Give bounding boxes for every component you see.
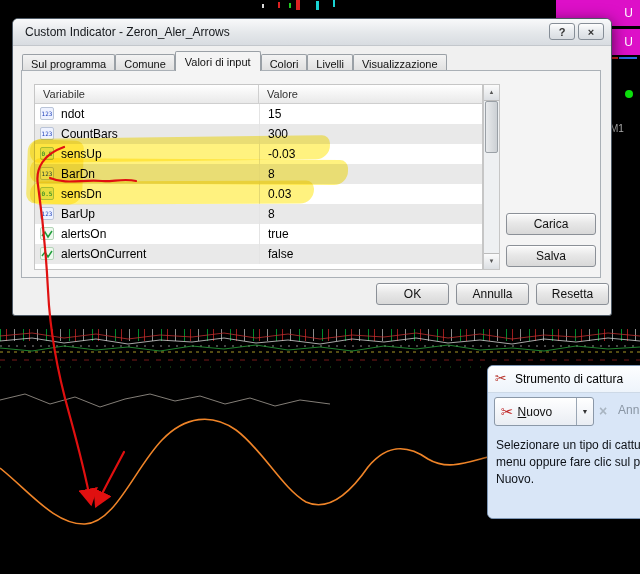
table-header: Variabile Valore xyxy=(35,85,482,104)
snipping-toolbar: ✂ Nuovo ▼ × Annulla xyxy=(488,393,640,431)
status-dot xyxy=(625,90,633,98)
integer-icon: 123 xyxy=(40,107,54,120)
tab-valori-di-input[interactable]: Valori di input xyxy=(175,51,261,71)
table-row[interactable]: alertsOnCurrent false xyxy=(35,244,482,264)
description-line: Selezionare un tipo di cattura dal xyxy=(496,437,640,454)
side-panel-label: U xyxy=(624,35,633,49)
chart-tick xyxy=(278,2,280,8)
new-snip-label: Nuovo xyxy=(518,405,553,419)
variable-name: BarUp xyxy=(61,207,95,221)
variable-value[interactable]: 8 xyxy=(259,164,482,184)
bool-wave-icon xyxy=(40,247,54,260)
snipping-tool-title: Strumento di cattura xyxy=(515,366,623,392)
dialog-title: Custom Indicator - Zeron_Aler_Arrows xyxy=(25,19,230,45)
side-panel-label: U xyxy=(624,6,633,20)
variable-name: alertsOn xyxy=(61,227,106,241)
integer-icon: 123 xyxy=(40,207,54,220)
snipping-tool-window: ✂ Strumento di cattura ✂ Nuovo ▼ × Annul… xyxy=(487,365,640,519)
dropdown-arrow-icon[interactable]: ▼ xyxy=(576,398,593,425)
load-button[interactable]: Carica xyxy=(506,213,596,235)
integer-icon: 123 xyxy=(40,127,54,140)
chart-tick xyxy=(289,3,291,8)
scroll-down-button[interactable]: ▼ xyxy=(484,253,499,269)
reset-button[interactable]: Resetta xyxy=(536,283,609,305)
save-button[interactable]: Salva xyxy=(506,245,596,267)
dialog-titlebar[interactable]: Custom Indicator - Zeron_Aler_Arrows ? × xyxy=(13,19,611,46)
snipping-tool-titlebar[interactable]: ✂ Strumento di cattura xyxy=(488,366,640,393)
variable-name: alertsOnCurrent xyxy=(61,247,146,261)
cancel-snip-button[interactable]: × xyxy=(592,401,614,423)
table-scrollbar[interactable]: ▲ ▼ xyxy=(483,84,500,270)
chart-tick xyxy=(619,57,637,59)
cancel-button[interactable]: Annulla xyxy=(456,283,529,305)
variable-value[interactable]: 300 xyxy=(259,124,482,144)
chart-tick xyxy=(262,4,264,8)
scissors-icon: ✂ xyxy=(495,370,507,386)
variable-value[interactable]: -0.03 xyxy=(259,144,482,164)
ok-button[interactable]: OK xyxy=(376,283,449,305)
variable-name: CountBars xyxy=(61,127,118,141)
desktop: U U M1 ✂ Strumento di cattura ✂ Nuovo ▼ … xyxy=(0,0,640,574)
table-row[interactable]: 123BarDn 8 xyxy=(35,164,482,184)
table-row[interactable]: 0.5sensUp -0.03 xyxy=(35,144,482,164)
integer-icon: 123 xyxy=(40,167,54,180)
inputs-table: Variabile Valore 123ndot 15 123CountBars… xyxy=(34,84,483,270)
scroll-up-button[interactable]: ▲ xyxy=(484,85,499,101)
variable-value[interactable]: 15 xyxy=(259,104,482,124)
scrollbar-thumb[interactable] xyxy=(485,101,498,153)
snipping-description: Selezionare un tipo di cattura dal menu … xyxy=(488,431,640,518)
double-icon: 0.5 xyxy=(40,187,54,200)
variable-value[interactable]: true xyxy=(259,224,482,244)
help-button[interactable]: ? xyxy=(549,23,575,40)
table-row[interactable]: 0.5sensDn 0.03 xyxy=(35,184,482,204)
description-line: menu oppure fare clic sul pulsante xyxy=(496,454,640,471)
variable-name: sensDn xyxy=(61,187,102,201)
variable-name: BarDn xyxy=(61,167,95,181)
cancel-snip-label: Annulla xyxy=(618,403,640,417)
variable-value[interactable]: 0.03 xyxy=(259,184,482,204)
custom-indicator-dialog: Custom Indicator - Zeron_Aler_Arrows ? ×… xyxy=(12,18,612,316)
column-header-value[interactable]: Valore xyxy=(259,85,298,103)
table-row[interactable]: 123CountBars 300 xyxy=(35,124,482,144)
double-icon: 0.5 xyxy=(40,147,54,160)
tab-panel: Variabile Valore 123ndot 15 123CountBars… xyxy=(21,70,601,278)
variable-value[interactable]: 8 xyxy=(259,204,482,224)
variable-value[interactable]: false xyxy=(259,244,482,264)
bool-wave-icon xyxy=(40,227,54,240)
description-line: Nuovo. xyxy=(496,471,640,488)
table-row[interactable]: alertsOn true xyxy=(35,224,482,244)
new-snip-button[interactable]: ✂ Nuovo ▼ xyxy=(494,397,594,426)
variable-name: ndot xyxy=(61,107,84,121)
close-button[interactable]: × xyxy=(578,23,604,40)
chart-tick xyxy=(333,0,335,7)
chart-tick xyxy=(316,1,319,10)
column-header-variable[interactable]: Variabile xyxy=(35,85,259,103)
timeframe-label: M1 xyxy=(610,123,624,134)
scissors-icon: ✂ xyxy=(501,403,514,421)
chart-tick xyxy=(296,0,300,10)
table-row[interactable]: 123BarUp 8 xyxy=(35,204,482,224)
tab-bar: Sul programmaComuneValori di inputColori… xyxy=(22,51,447,71)
variable-name: sensUp xyxy=(61,147,102,161)
table-row[interactable]: 123ndot 15 xyxy=(35,104,482,124)
